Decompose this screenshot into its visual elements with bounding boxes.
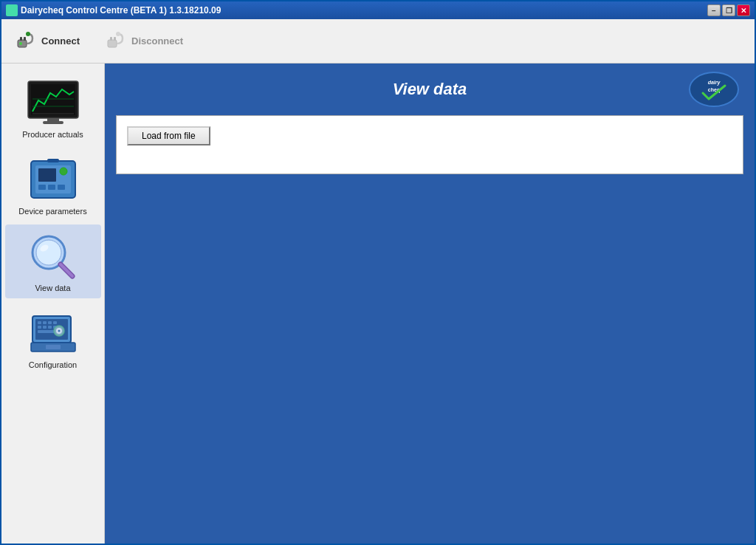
title-buttons: − ❐ ✕ [707, 4, 750, 16]
magnify-icon [24, 230, 83, 282]
svg-rect-31 [38, 321, 41, 324]
svg-rect-2 [24, 37, 26, 41]
svg-rect-20 [38, 185, 46, 190]
svg-point-4 [19, 42, 22, 45]
config-icon [24, 307, 83, 359]
svg-rect-21 [48, 185, 55, 190]
svg-point-19 [60, 168, 67, 175]
svg-point-3 [26, 32, 30, 36]
main-layout: Producer actuals [1, 64, 755, 544]
toolbar: Connect Disconnect [1, 19, 755, 64]
sidebar-item-device-parameters[interactable]: Device parameters [5, 148, 101, 222]
svg-rect-36 [43, 326, 47, 329]
svg-point-25 [36, 240, 61, 265]
sidebar-item-view-data[interactable]: View data [5, 224, 101, 298]
svg-point-44 [58, 330, 60, 332]
title-bar: Dairycheq Control Centre (BETA 1) 1.3.18… [1, 1, 755, 19]
svg-text:dairy: dairy [708, 80, 721, 86]
sidebar-item-producer-actuals-label: Producer actuals [22, 130, 83, 139]
disconnect-icon [103, 30, 127, 53]
connect-icon [13, 30, 37, 53]
sidebar-item-configuration[interactable]: Configuration [5, 301, 101, 375]
svg-rect-18 [38, 168, 56, 182]
svg-rect-14 [43, 121, 63, 124]
connect-label: Connect [41, 35, 80, 47]
svg-point-8 [116, 32, 120, 36]
svg-rect-42 [46, 345, 61, 349]
page-header: View data dairy cheq [105, 64, 755, 115]
restore-button[interactable]: ❐ [722, 4, 735, 16]
svg-rect-35 [38, 326, 41, 329]
sidebar-item-device-parameters-label: Device parameters [18, 207, 86, 216]
svg-rect-23 [47, 159, 59, 162]
sidebar-item-view-data-label: View data [35, 284, 70, 292]
svg-rect-1 [20, 37, 22, 41]
white-panel: Load from file [116, 115, 743, 174]
svg-rect-37 [48, 326, 52, 329]
load-from-file-button[interactable]: Load from file [127, 126, 210, 145]
device-icon [24, 154, 83, 205]
brand-logo: dairy cheq [688, 71, 740, 108]
svg-rect-33 [48, 321, 52, 324]
window-title: Dairycheq Control Centre (BETA 1) 1.3.18… [21, 5, 221, 16]
chart-icon [24, 77, 83, 128]
content-area: View data dairy cheq Load from file [105, 64, 755, 544]
page-title: View data [171, 80, 688, 99]
disconnect-label: Disconnect [131, 35, 183, 47]
svg-rect-32 [43, 321, 47, 324]
connect-toolbar-item[interactable]: Connect [7, 27, 86, 56]
sidebar: Producer actuals [1, 64, 105, 544]
svg-rect-5 [108, 40, 117, 47]
minimize-button[interactable]: − [707, 4, 721, 16]
svg-rect-22 [58, 185, 65, 190]
disconnect-toolbar-item[interactable]: Disconnect [97, 27, 189, 56]
svg-line-28 [61, 264, 72, 276]
svg-rect-34 [53, 321, 57, 324]
app-icon [6, 4, 18, 16]
main-window: Dairycheq Control Centre (BETA 1) 1.3.18… [0, 0, 756, 545]
svg-rect-7 [114, 37, 116, 41]
sidebar-item-configuration-label: Configuration [29, 360, 77, 369]
svg-rect-10 [31, 84, 75, 115]
sidebar-item-producer-actuals[interactable]: Producer actuals [5, 71, 101, 145]
close-button[interactable]: ✕ [737, 4, 750, 16]
svg-rect-6 [110, 37, 112, 41]
title-bar-left: Dairycheq Control Centre (BETA 1) 1.3.18… [6, 4, 221, 16]
